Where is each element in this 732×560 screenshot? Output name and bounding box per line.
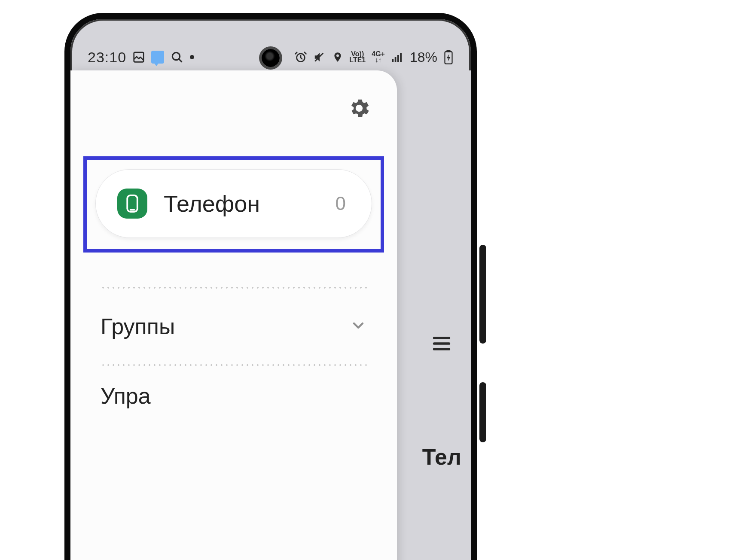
background-title-partial: Тел [422,444,461,470]
navigation-drawer: Телефон 0 Группы Упра [70,70,397,560]
power-button[interactable] [479,382,486,442]
svg-rect-4 [395,57,396,62]
svg-rect-6 [400,53,402,62]
settings-gear-icon[interactable] [347,96,371,122]
status-time: 23:10 [88,49,126,66]
location-icon [332,51,343,64]
svg-rect-5 [397,55,399,62]
battery-percent: 18% [410,49,437,65]
phone-frame: 23:10 Vo)) LTE1 [64,13,477,560]
mute-icon [313,51,326,64]
groups-row[interactable]: Группы [70,289,397,364]
search-icon [170,50,184,64]
more-notifications-dot [190,55,194,59]
manage-contacts-row-partial[interactable]: Упра [70,366,397,409]
groups-label: Группы [101,313,175,339]
phone-app-icon [117,189,147,219]
hamburger-menu-icon[interactable] [430,332,453,356]
messages-icon [151,51,164,64]
alarm-icon [294,51,307,64]
svg-rect-8 [447,50,450,52]
svg-rect-3 [392,59,393,62]
volume-button[interactable] [479,245,486,344]
chevron-down-icon [350,317,367,336]
gallery-icon [132,51,145,64]
battery-charging-icon [443,50,454,64]
signal-icon [391,51,404,64]
account-phone-label: Телефон [164,190,336,217]
account-phone-count: 0 [336,193,346,214]
front-camera-hole [262,49,280,67]
volte-indicator: Vo)) LTE1 [349,51,366,63]
account-phone-card[interactable]: Телефон 0 [95,169,372,238]
data-indicator: 4G+ ↓↑ [372,51,385,63]
annotation-highlight: Телефон 0 [83,156,384,253]
